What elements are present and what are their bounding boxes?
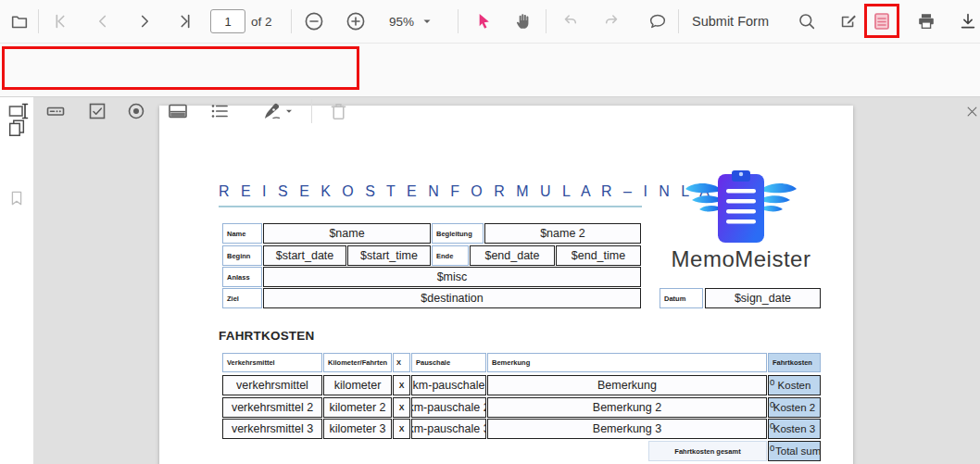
- listbox-tool-icon: [208, 100, 231, 122]
- form-field-start-date[interactable]: $start_date: [263, 245, 346, 266]
- form-field-verkehrsmittel-2[interactable]: verkehrsmittel 2: [222, 397, 322, 418]
- memomeister-logo-icon: [684, 170, 798, 246]
- form-field-sign-date[interactable]: $sign_date: [705, 288, 821, 308]
- print-button[interactable]: [912, 7, 940, 35]
- form-field-kilometer-2[interactable]: kilometer 2: [323, 397, 392, 418]
- submit-form-button[interactable]: Submit Form: [692, 0, 769, 43]
- form-field-end-date[interactable]: $end_date: [470, 245, 555, 266]
- document-title: R E I S E K O S T E N F O R M U L A R – …: [219, 183, 757, 200]
- search-icon: [797, 11, 817, 31]
- label-ziel: Ziel: [222, 288, 262, 308]
- form-field-misc[interactable]: $misc: [263, 267, 641, 287]
- toolbar-divider: [546, 9, 547, 33]
- text-input-tool-icon: [44, 100, 67, 122]
- radio-button-tool-button[interactable]: [121, 96, 151, 126]
- form-field-x-1[interactable]: X: [393, 375, 410, 395]
- caret-down-icon: [283, 106, 295, 117]
- next-page-button[interactable]: [131, 7, 158, 35]
- toolbar-divider: [38, 9, 39, 33]
- search-button[interactable]: [793, 7, 821, 35]
- select-tool-button[interactable]: [471, 7, 498, 35]
- listbox-tool-button[interactable]: [205, 96, 234, 126]
- bookmarks-panel-button[interactable]: [5, 186, 29, 210]
- form-field-pauschale-2[interactable]: km-pauschale 2: [411, 397, 486, 418]
- signature-tool-caret[interactable]: [281, 96, 297, 126]
- last-page-button[interactable]: [171, 7, 199, 35]
- form-field-destination[interactable]: $destination: [263, 288, 641, 308]
- zoom-out-button[interactable]: [300, 7, 328, 35]
- pdf-page: R E I S E K O S T E N F O R M U L A R – …: [159, 106, 853, 464]
- undo-button[interactable]: [557, 7, 584, 35]
- toolbar-divider: [678, 9, 679, 33]
- text-field-tool-button[interactable]: [4, 96, 33, 126]
- left-panel-rail: [0, 97, 33, 464]
- form-field-kosten-1[interactable]: 0Kosten: [768, 375, 821, 395]
- toolbar-divider: [311, 99, 312, 123]
- form-field-kosten-3[interactable]: 0Kosten 3: [768, 419, 821, 439]
- radio-button-tool-icon: [125, 100, 147, 122]
- text-field-tool-icon: [7, 100, 30, 122]
- label-name: Name: [222, 223, 262, 244]
- caret-down-icon: [421, 15, 433, 28]
- col-header-x: X: [393, 353, 410, 372]
- form-field-bemerkung-2[interactable]: Bemerkung 2: [487, 397, 767, 418]
- kosten-placeholder-1: Kosten: [778, 380, 811, 391]
- comment-button[interactable]: [644, 7, 672, 35]
- zoom-in-icon: [345, 10, 367, 32]
- zoom-level-value: 95%: [389, 15, 414, 29]
- kosten-value-3: 0: [770, 420, 774, 431]
- form-field-verkehrsmittel-3[interactable]: verkehrsmittel 3: [222, 419, 322, 439]
- zoom-level-dropdown[interactable]: 95%: [389, 0, 433, 43]
- form-field-pauschale-1[interactable]: km-pauschale: [411, 375, 486, 395]
- form-field-kilometer-1[interactable]: kilometer: [323, 375, 392, 395]
- download-button[interactable]: [954, 7, 980, 35]
- annotate-button[interactable]: [835, 7, 862, 35]
- checkbox-tool-button[interactable]: [82, 96, 112, 126]
- hand-icon: [513, 11, 534, 31]
- form-field-kilometer-3[interactable]: kilometer 3: [323, 419, 392, 439]
- select-pointer-icon: [474, 11, 495, 31]
- form-field-kosten-2[interactable]: 0Kosten 2: [768, 397, 821, 418]
- form-field-x-2[interactable]: X: [393, 397, 410, 418]
- previous-page-button[interactable]: [89, 7, 117, 35]
- label-fahrtkosten-gesamt: Fahrtkosten gesamt: [648, 441, 767, 461]
- form-field-fahrtkosten-gesamt[interactable]: 0Total sum €: [768, 441, 821, 461]
- col-header-verkehrsmittel: Verkehrsmittel: [222, 353, 322, 372]
- comment-bubble-icon: [647, 11, 668, 31]
- label-ende: Ende: [432, 245, 469, 266]
- redo-button[interactable]: [597, 7, 625, 35]
- form-field-end-time[interactable]: $end_time: [556, 245, 641, 266]
- form-field-pauschale-3[interactable]: km-pauschale 3: [411, 419, 486, 439]
- redo-icon: [601, 11, 622, 31]
- form-field-bemerkung-1[interactable]: Bemerkung: [487, 375, 767, 395]
- hand-tool-button[interactable]: [509, 7, 537, 35]
- kosten-placeholder-2: Kosten 2: [773, 402, 815, 413]
- close-icon: [965, 105, 979, 119]
- label-anlass: Anlass: [222, 267, 262, 287]
- delete-field-button[interactable]: [323, 96, 353, 126]
- form-editor-button[interactable]: [868, 7, 896, 35]
- printer-icon: [916, 11, 936, 31]
- last-page-icon: [175, 11, 195, 31]
- pdf-viewer-app: of 2 95% Submit Form: [0, 0, 980, 464]
- sidebar-toggle-button[interactable]: [6, 7, 33, 35]
- kosten-value-1: 0: [770, 377, 774, 387]
- combobox-tool-button[interactable]: [163, 96, 193, 126]
- form-field-name2[interactable]: $name 2: [484, 223, 641, 244]
- download-icon: [958, 11, 978, 31]
- title-underline: [219, 206, 642, 207]
- first-page-button[interactable]: [46, 7, 74, 35]
- main-toolbar: of 2 95% Submit Form: [0, 0, 980, 44]
- form-field-verkehrsmittel-1[interactable]: verkehrsmittel: [222, 375, 322, 395]
- memomeister-wordmark: MemoMeister: [656, 246, 826, 272]
- form-field-name[interactable]: $name: [263, 223, 431, 244]
- zoom-out-icon: [303, 10, 325, 32]
- close-form-toolbar-button[interactable]: [957, 96, 980, 126]
- form-field-bemerkung-3[interactable]: Bemerkung 3: [487, 419, 767, 439]
- form-field-start-time[interactable]: $start_time: [347, 245, 431, 266]
- folder-icon: [9, 11, 30, 31]
- form-field-x-3[interactable]: X: [393, 419, 410, 439]
- text-tool-button[interactable]: [41, 96, 70, 126]
- zoom-in-button[interactable]: [342, 7, 370, 35]
- page-number-input[interactable]: [210, 9, 245, 33]
